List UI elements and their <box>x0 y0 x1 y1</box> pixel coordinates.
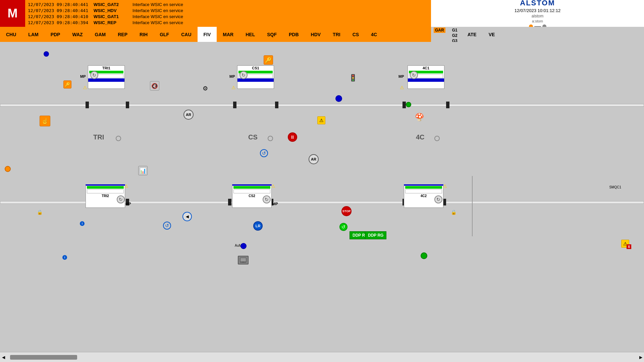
nav-item-tri[interactable]: TRI <box>327 27 346 42</box>
main-canvas: 🔑 TRI1 ↻ MP 🔑 ⚠ CS1 ↻ MP ⚠ 4C1 ↻ MP ⚠ 🔇 … <box>0 42 644 352</box>
x-button[interactable]: X <box>627 244 631 249</box>
scroll-right-btn[interactable]: ▶ <box>637 352 644 362</box>
track-marker <box>86 102 89 108</box>
alarm-code-3: WSIC_GAT1 <box>94 14 127 19</box>
nav-item-hel[interactable]: HEL <box>239 27 261 42</box>
station-title-tri1: TRI1 <box>88 66 124 70</box>
track-marker <box>228 199 231 205</box>
blue-dot-track <box>335 95 342 102</box>
nav-item-cau[interactable]: CAU <box>175 27 197 42</box>
alarm-time-2: 12/07/2023 09:28:40:441 <box>28 8 88 13</box>
info-icon[interactable]: i <box>80 221 85 226</box>
lock-icon-right: 🔒 <box>451 209 457 215</box>
warn-box-center[interactable]: ⚠ <box>317 116 325 124</box>
sync-icon[interactable]: ↺ <box>260 149 268 157</box>
nav-item-pdb[interactable]: PDB <box>283 27 305 42</box>
arrow-circle-tri2[interactable]: ↻ <box>117 195 125 203</box>
nav-item-chu[interactable]: CHU <box>0 27 22 42</box>
nav-item-fiv[interactable]: FIV <box>198 27 217 42</box>
back-arrow-2[interactable]: ↺ <box>163 222 171 230</box>
blue-dot-upper-left <box>44 51 49 57</box>
warn-tri2: ⚠ <box>124 183 129 188</box>
nav-item-lam[interactable]: LAM <box>22 27 44 42</box>
speaker-icon[interactable]: 🔇 <box>150 81 159 90</box>
key-icon-upper[interactable]: 🔑 <box>264 55 273 65</box>
lr-circle[interactable]: LR <box>253 221 263 231</box>
svg-rect-2 <box>242 262 244 262</box>
hand-icon[interactable]: ☝ <box>40 116 50 126</box>
nav-bar: CHULAMPDPWAZGAMREPRIHGLFCAUFIVMARHELSQFP… <box>0 27 431 42</box>
alarm-code-2: WSIC_HDV <box>94 8 127 13</box>
arrow-circle-cs1[interactable]: ↻ <box>239 71 248 79</box>
warn-4c2: ⚠ <box>443 183 448 188</box>
station-white-tri2 <box>87 189 124 193</box>
station-label-tri: TRI <box>93 133 104 141</box>
nav-right-ve[interactable]: VE <box>483 27 501 42</box>
scroll-left-btn[interactable]: ◀ <box>0 352 7 362</box>
pause-button[interactable]: ⏸ <box>288 132 297 142</box>
ar-circle-lower[interactable]: AR <box>309 154 319 164</box>
nav-right-gar[interactable]: GAR <box>434 27 445 33</box>
arrow-circle-4c2[interactable]: ↻ <box>434 195 442 203</box>
arrow-circle-4c1[interactable]: ↻ <box>410 71 418 79</box>
nav-item-glf[interactable]: GLF <box>154 27 175 42</box>
warn-cs2: ⚠ <box>271 183 276 188</box>
nav-item-cs[interactable]: CS <box>346 27 365 42</box>
track-marker <box>446 102 449 108</box>
svg-rect-1 <box>240 258 246 261</box>
alarm-row: 12/07/2023 09:28:40:410 WSIC_GAT1 Interf… <box>28 14 428 19</box>
aum-dot <box>240 243 247 249</box>
ar-circle-upper[interactable]: AR <box>183 110 194 120</box>
alarm-row: 12/07/2023 09:28:40:441 WSIC_HDV Interfa… <box>28 8 428 13</box>
key-icon-tri1[interactable]: 🔑 <box>63 80 71 88</box>
alstom-datetime: 12/07/2023 10:01:12:12 <box>515 8 560 13</box>
nav-item-gam[interactable]: GAM <box>89 27 112 42</box>
alstom-subuser: a:stom <box>532 19 543 23</box>
track-marker <box>402 102 406 108</box>
gear-icon[interactable]: ⚙ <box>203 85 208 92</box>
green-dot-track <box>406 102 411 107</box>
mp-label-cs1: MP <box>229 74 235 78</box>
terminal-icon[interactable] <box>238 256 249 264</box>
alstom-area: ALSTOM 12/07/2023 10:01:12:12 alstom a:s… <box>431 0 644 27</box>
arrow-circle-tri1[interactable]: ↻ <box>90 71 98 79</box>
station-green-cs2 <box>233 186 270 189</box>
v-separator <box>472 176 473 236</box>
nav-item-pdp[interactable]: PDP <box>45 27 66 42</box>
nav-right-ate[interactable]: ATE <box>462 27 483 42</box>
green-reset-btn[interactable]: ↺ <box>339 223 347 231</box>
nav-item-rih[interactable]: RIH <box>133 27 154 42</box>
track-marker <box>275 102 278 108</box>
mp-label-tri1: MP <box>80 74 86 78</box>
alarm-list: 12/07/2023 09:28:40:441 WSIC_GAT2 Interf… <box>25 0 431 27</box>
nav-right-g1[interactable]: G1 <box>451 27 459 33</box>
nav-item-mar[interactable]: MAR <box>217 27 239 42</box>
arrow-circle-cs2[interactable]: ↻ <box>263 195 271 203</box>
nav-right-g2[interactable]: G2 <box>451 33 459 38</box>
scroll-thumb[interactable] <box>10 355 77 360</box>
nav-item-rep[interactable]: REP <box>112 27 133 42</box>
info-icon-bottom[interactable]: i <box>62 255 67 260</box>
station-white-cs2 <box>233 189 270 193</box>
metro-logo: M <box>8 6 18 20</box>
upper-track <box>0 104 644 107</box>
nav-item-4c[interactable]: 4C <box>365 27 383 42</box>
nav-item-hdv[interactable]: HDV <box>305 27 327 42</box>
ddp-rg-button[interactable]: DDP RG <box>365 231 386 239</box>
nav-item-waz[interactable]: WAZ <box>66 27 89 42</box>
traffic-light[interactable]: 🚦 <box>348 73 358 82</box>
bottom-bar: ◀ ▶ <box>0 352 644 362</box>
lock-icon-left: 🔒 <box>37 209 43 215</box>
stop-sign[interactable]: STOP <box>341 206 352 216</box>
warn-cs1: ⚠ <box>231 85 237 89</box>
chart-icon[interactable]: 📊 <box>138 166 148 175</box>
mushroom-icon: 🍄 <box>415 113 424 122</box>
station-title-4c1: 4C1 <box>408 66 444 70</box>
nav-item-sqf[interactable]: SQF <box>261 27 283 42</box>
station-dot-tri <box>116 136 121 141</box>
track-marker <box>233 102 236 108</box>
back-arrow-left[interactable]: ◀ <box>182 212 192 221</box>
mp-label-4c1: MP <box>398 74 404 78</box>
station-dot-cs <box>268 136 273 141</box>
alarm-msg-3: Interface WSIC en service <box>132 14 183 19</box>
